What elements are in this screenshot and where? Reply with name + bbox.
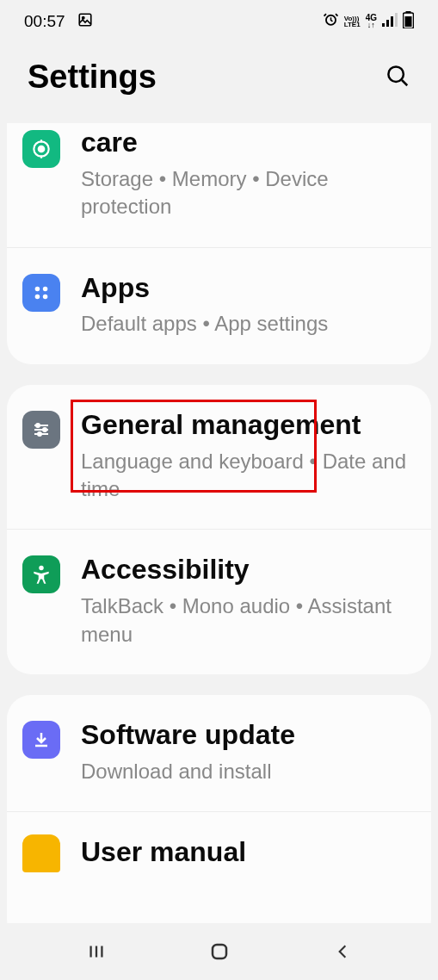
gallery-icon	[77, 12, 93, 32]
settings-item-general-management[interactable]: General management Language and keyboard…	[7, 385, 431, 530]
settings-item-device-care[interactable]: care Storage • Memory • Device protectio…	[7, 123, 431, 247]
svg-point-1	[82, 16, 83, 18]
search-icon	[385, 63, 410, 89]
settings-header: Settings	[0, 43, 438, 123]
update-icon	[22, 721, 60, 759]
nav-back-button[interactable]	[331, 940, 354, 963]
settings-item-software-update[interactable]: Software update Download and install	[7, 695, 431, 811]
svg-rect-3	[382, 23, 385, 27]
svg-rect-5	[391, 16, 393, 27]
svg-rect-6	[395, 13, 398, 27]
svg-point-20	[39, 566, 43, 570]
device-care-icon	[22, 130, 60, 168]
nav-recents-button[interactable]	[85, 940, 108, 963]
network-icon: 4G ↓↑	[366, 14, 377, 28]
item-subtitle: Download and install	[81, 758, 416, 785]
svg-rect-0	[79, 14, 91, 26]
apps-icon	[22, 274, 60, 312]
svg-point-15	[35, 294, 40, 299]
svg-point-12	[39, 146, 45, 152]
status-left: 00:57	[24, 12, 93, 32]
item-title: User manual	[81, 836, 416, 868]
item-subtitle: Storage • Memory • Device protection	[81, 165, 416, 221]
card-device: care Storage • Memory • Device protectio…	[7, 123, 431, 364]
navigation-bar	[0, 923, 438, 980]
signal-icon	[382, 12, 398, 31]
settings-item-apps[interactable]: Apps Default apps • App settings	[7, 247, 431, 364]
svg-point-13	[35, 286, 40, 291]
svg-point-19	[38, 432, 41, 436]
volte-icon: Vo))) LTE1	[344, 16, 361, 28]
svg-point-18	[43, 428, 46, 431]
lte-text: LTE1	[344, 22, 361, 28]
page-title: Settings	[28, 59, 157, 96]
item-subtitle: Language and keyboard • Date and time	[81, 448, 416, 504]
sliders-icon	[22, 411, 60, 449]
card-general: General management Language and keyboard…	[7, 385, 431, 674]
accessibility-icon	[22, 555, 60, 593]
svg-point-10	[388, 66, 404, 82]
battery-icon	[403, 11, 414, 33]
item-title: Accessibility	[81, 554, 416, 586]
settings-item-user-manual[interactable]: User manual	[7, 811, 431, 884]
settings-item-accessibility[interactable]: Accessibility TalkBack • Mono audio • As…	[7, 529, 431, 674]
settings-list: care Storage • Memory • Device protectio…	[0, 123, 438, 944]
manual-icon	[22, 834, 60, 872]
item-title: Software update	[81, 719, 416, 751]
status-bar: 00:57 Vo))) LTE1 4G ↓↑	[0, 0, 438, 43]
svg-rect-21	[213, 945, 226, 958]
svg-point-14	[43, 286, 48, 291]
item-title: General management	[81, 409, 416, 441]
card-software: Software update Download and install Use…	[7, 695, 431, 944]
search-button[interactable]	[385, 63, 410, 92]
item-title: Apps	[81, 272, 416, 304]
svg-rect-4	[386, 20, 389, 27]
item-subtitle: Default apps • App settings	[81, 310, 416, 338]
svg-point-17	[36, 424, 40, 427]
svg-rect-9	[405, 16, 412, 27]
alarm-icon	[323, 11, 339, 32]
status-right: Vo))) LTE1 4G ↓↑	[323, 11, 414, 33]
item-title: care	[81, 127, 416, 158]
nav-home-button[interactable]	[208, 940, 231, 963]
svg-point-16	[43, 294, 48, 299]
item-subtitle: TalkBack • Mono audio • Assistant menu	[81, 592, 416, 648]
status-time: 00:57	[24, 12, 65, 31]
